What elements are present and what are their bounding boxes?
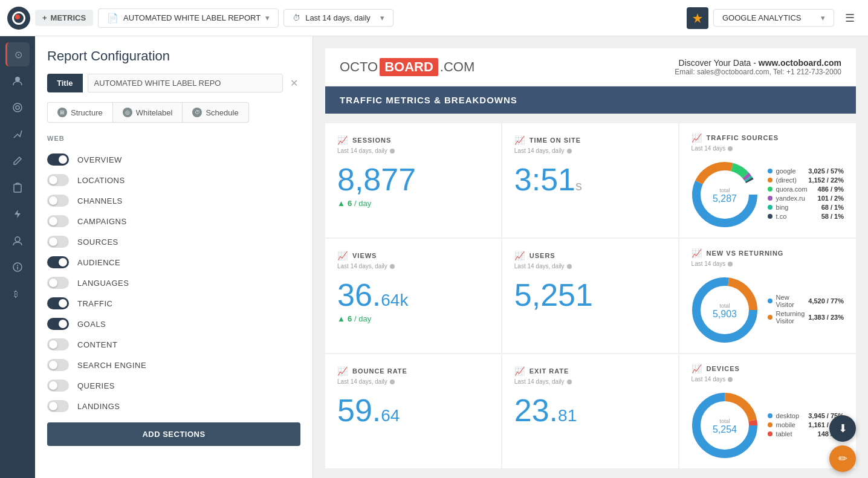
report-title: AUTOMATED WHITE LABEL REPORT bbox=[123, 13, 261, 22]
logo-dot bbox=[15, 15, 20, 19]
logo[interactable] bbox=[7, 7, 30, 30]
analytics-label: GOOGLE ANALYTICS bbox=[722, 13, 802, 22]
time-range-label: Last 14 days, daily bbox=[305, 13, 371, 22]
analytics-source-selector[interactable]: GOOGLE ANALYTICS ▾ bbox=[713, 9, 834, 27]
spark-icon[interactable] bbox=[687, 7, 708, 29]
top-nav: + METRICS 📄 AUTOMATED WHITE LABEL REPORT… bbox=[0, 0, 868, 36]
clock-icon: ⏱ bbox=[293, 13, 300, 22]
document-icon: 📄 bbox=[107, 13, 118, 24]
report-selector[interactable]: 📄 AUTOMATED WHITE LABEL REPORT ▾ bbox=[98, 8, 279, 28]
metrics-label: METRICS bbox=[51, 13, 86, 22]
analytics-caret-icon: ▾ bbox=[821, 13, 825, 22]
spark-svg bbox=[691, 12, 704, 24]
plus-icon: + bbox=[42, 13, 47, 22]
time-range-selector[interactable]: ⏱ Last 14 days, daily ▾ bbox=[283, 9, 394, 27]
metrics-button[interactable]: + METRICS bbox=[35, 10, 93, 26]
hamburger-menu[interactable]: ☰ bbox=[839, 8, 861, 28]
report-caret-icon: ▾ bbox=[265, 13, 270, 22]
logo-ring bbox=[12, 11, 25, 25]
time-caret-icon: ▾ bbox=[380, 13, 384, 22]
